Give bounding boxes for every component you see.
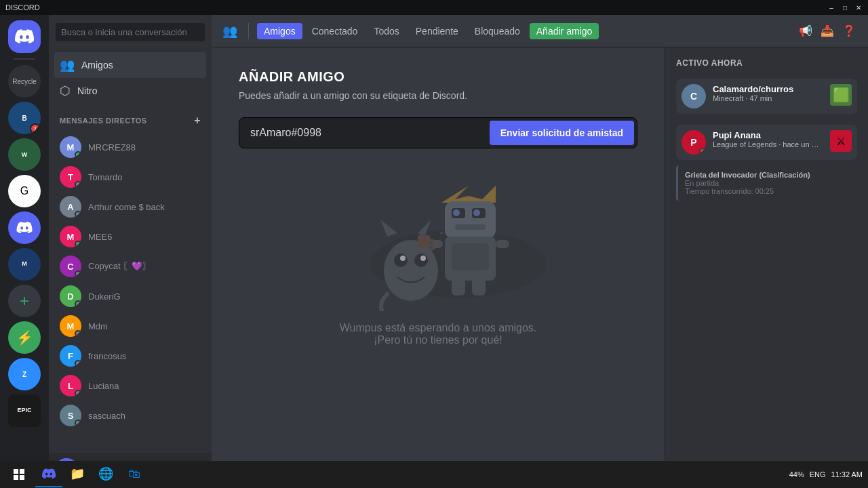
svg-point-3: [414, 253, 428, 267]
nav-item-nitro[interactable]: ⬡ Nitro: [54, 78, 206, 104]
app-container: Recycle B 1 W G M + ⚡ Z EPIC: [0, 15, 868, 488]
server-icon-google[interactable]: G: [8, 175, 41, 207]
dm-status-dot: [75, 151, 81, 158]
taskbar-app-discord[interactable]: [35, 462, 62, 487]
close-button[interactable]: ✕: [854, 3, 863, 12]
dm-user-info: francosus: [88, 351, 201, 361]
wumpus-area: Wumpus está esperando a unos amigos. ¡Pe…: [239, 148, 637, 360]
taskbar-app-file[interactable]: 📁: [64, 462, 91, 487]
tab-conectado[interactable]: Conectado: [305, 23, 365, 39]
taskbar-time: 11:32 AM: [831, 470, 863, 479]
search-area: [49, 15, 212, 49]
add-server-button[interactable]: +: [8, 285, 41, 317]
svg-rect-14: [455, 224, 486, 230]
dm-list-item[interactable]: M MRCREZ88: [54, 132, 206, 162]
dm-list-item[interactable]: L Luciana: [54, 371, 206, 401]
active-subgame-time: Tiempo transcurrido: 00:25: [685, 187, 850, 195]
active-subgame-status: En partida: [685, 179, 850, 187]
active-subgame-name: Grieta del Invocador (Clasificación): [685, 171, 850, 179]
dm-list-item[interactable]: T Tomardo: [54, 162, 206, 192]
restore-button[interactable]: □: [841, 3, 849, 12]
taskbar-time-value: 11:32 AM: [831, 470, 863, 479]
server-icon-shortcut[interactable]: ⚡: [8, 321, 41, 354]
friends-header-icon: 👥: [222, 24, 237, 39]
friends-nav-icon: 👥: [60, 58, 75, 73]
svg-rect-21: [418, 235, 430, 249]
dm-list-item[interactable]: M Mdm: [54, 311, 206, 341]
taskbar-app-edge[interactable]: 🌐: [92, 462, 119, 487]
newgroup-button[interactable]: 📢: [797, 23, 814, 39]
nav-item-friends-label: Amigos: [81, 60, 113, 70]
tab-bloqueado[interactable]: Bloqueado: [468, 23, 527, 39]
dm-avatar: M: [60, 315, 81, 337]
server-icon-recycle[interactable]: Recycle: [8, 65, 41, 98]
dm-list-item[interactable]: S sascuach: [54, 401, 206, 430]
taskbar-start-button[interactable]: [5, 464, 33, 485]
server-sidebar: Recycle B 1 W G M + ⚡ Z EPIC: [0, 15, 49, 488]
active-game-icon-calamardo: 🟩: [830, 84, 852, 106]
dm-status-dot: [75, 241, 81, 247]
dm-section-header: MENSAJES DIRECTOS +: [49, 106, 212, 129]
server-icon-zoom[interactable]: Z: [8, 358, 41, 390]
send-friend-request-button[interactable]: Enviar solicitud de amistad: [490, 121, 634, 145]
svg-point-22: [429, 241, 433, 245]
dm-list-item[interactable]: F francosus: [54, 341, 206, 371]
svg-point-4: [400, 256, 406, 261]
header-divider: [248, 23, 249, 39]
dm-user-info: Mdm: [88, 321, 201, 331]
dm-avatar: S: [60, 405, 81, 426]
dm-status-dot: [75, 300, 81, 307]
dm-status-dot: [75, 360, 81, 367]
active-info-pupi: Pupi Anana League of Legends · hace un m…: [713, 130, 823, 148]
dm-avatar: F: [60, 345, 81, 367]
dm-list-item[interactable]: A Arthur come $ back: [54, 192, 206, 222]
dm-user-name: DukeriG: [88, 291, 201, 302]
help-button[interactable]: ❓: [841, 23, 857, 39]
dm-list-item[interactable]: M MEE6: [54, 222, 206, 251]
dm-user-info: Tomardo: [88, 172, 201, 182]
dm-avatar: M: [60, 226, 81, 247]
titlebar-controls: – □ ✕: [827, 3, 863, 12]
server-icon-discord2[interactable]: [8, 211, 41, 244]
svg-point-13: [473, 209, 480, 216]
dm-user-info: MRCREZ88: [88, 142, 201, 152]
active-info-calamardo: Calamardo/churros Minecraft · 47 min: [713, 84, 823, 102]
tab-amigos[interactable]: Amigos: [257, 23, 302, 39]
dm-list: M MRCREZ88 T Tomardo A Arthur come $ bac…: [49, 129, 212, 453]
dm-list-item[interactable]: C Copycat 〖💜〗: [54, 251, 206, 281]
server-icon-epic[interactable]: EPIC: [8, 394, 41, 427]
active-now-title: ACTIVO AHORA: [676, 58, 857, 68]
dm-user-name: Tomardo: [88, 172, 201, 182]
dm-list-item[interactable]: D DukeriG: [54, 281, 206, 311]
nav-item-friends[interactable]: 👥 Amigos: [54, 52, 206, 78]
server-divider: [14, 58, 35, 60]
active-name-pupi: Pupi Anana: [713, 130, 823, 140]
dm-avatar: D: [60, 285, 81, 307]
tab-add-friend[interactable]: Añadir amigo: [530, 23, 599, 39]
minimize-button[interactable]: –: [827, 3, 835, 12]
active-now-panel: ACTIVO AHORA C Calamardo/churros Minecra…: [665, 47, 868, 488]
active-avatar-pupi: P: [682, 130, 706, 155]
server-icon-movavi[interactable]: M: [8, 248, 41, 281]
taskbar-app-store[interactable]: 🛍: [121, 462, 148, 487]
search-input[interactable]: [56, 23, 205, 41]
dm-status-dot: [75, 420, 81, 426]
dm-nav: 👥 Amigos ⬡ Nitro: [49, 49, 212, 106]
server-icon-world[interactable]: W: [8, 138, 41, 171]
tab-pendiente[interactable]: Pendiente: [409, 23, 465, 39]
dm-user-name: Arthur come $ back: [88, 202, 201, 212]
server-icon-battle[interactable]: B 1: [8, 102, 41, 134]
svg-point-12: [453, 209, 460, 216]
inbox-button[interactable]: 📥: [819, 23, 835, 39]
taskbar: 📁 🌐 🛍 44% ENG 11:32 AM: [0, 461, 868, 488]
discord-home-icon[interactable]: [8, 20, 41, 53]
add-dm-button[interactable]: +: [194, 115, 201, 127]
add-friend-input[interactable]: [250, 121, 490, 144]
dm-avatar: M: [60, 136, 81, 158]
dm-status-dot: [75, 390, 81, 396]
tab-todos[interactable]: Todos: [367, 23, 406, 39]
dm-user-info: DukeriG: [88, 291, 201, 302]
dm-user-info: MEE6: [88, 232, 201, 242]
dm-user-name: MRCREZ88: [88, 142, 201, 152]
active-item-pupi: P Pupi Anana League of Legends · hace un…: [676, 125, 857, 160]
